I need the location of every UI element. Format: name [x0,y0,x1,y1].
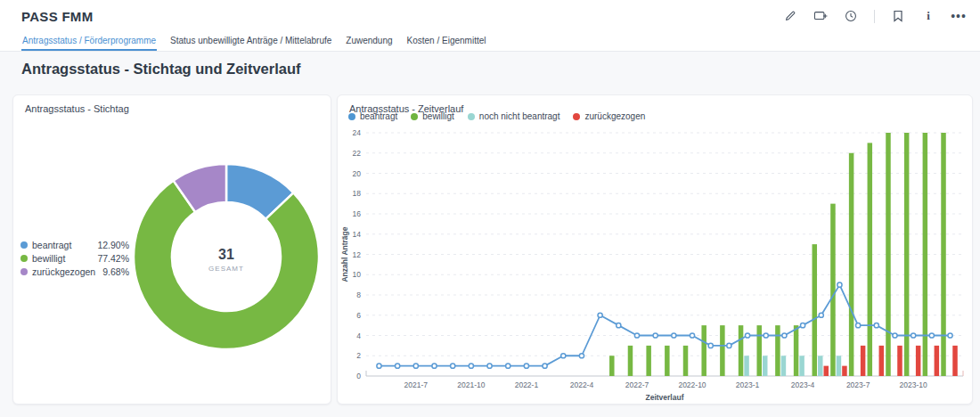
bar-bewilligt-2023-8[interactable] [868,143,873,376]
line-marker-beantragt-2022-5[interactable] [598,313,602,317]
x-tick-label: 2023-7 [846,380,870,389]
y-tick-label: 10 [353,270,362,279]
line-marker-beantragt-2021-12[interactable] [506,364,510,368]
y-tick-label: 24 [353,128,362,137]
info-icon[interactable]: i [921,9,935,23]
app-header: PASS FMM i ••• [0,0,980,32]
x-tick-label: 2023-10 [900,380,927,389]
line-marker-beantragt-2022-11[interactable] [708,343,713,348]
y-tick-label: 12 [353,250,362,259]
timeline-chart: 024681012141618202224Anzahl Anträge2021-… [338,95,974,405]
line-marker-beantragt-2021-9[interactable] [451,364,455,368]
y-tick-label: 2 [356,351,361,360]
bar-zurückgezogen-2023-12[interactable] [952,346,958,376]
line-marker-beantragt-2023-10[interactable] [911,333,916,338]
edit-icon[interactable] [783,9,797,23]
bar-bewilligt-2023-11[interactable] [923,133,928,376]
bar-zurückgezogen-2023-5[interactable] [824,366,829,376]
line-marker-beantragt-2022-9[interactable] [672,333,676,338]
bar-noch-nicht-beantragt-2023-3[interactable] [781,356,787,376]
bar-bewilligt-2022-7[interactable] [628,346,633,376]
line-marker-beantragt-2021-7[interactable] [413,364,418,368]
bar-bewilligt-2022-10[interactable] [683,346,689,376]
bar-bewilligt-2023-7[interactable] [849,153,854,376]
line-marker-beantragt-2021-5[interactable] [377,364,381,368]
line-marker-beantragt-2022-3[interactable] [561,354,566,358]
y-tick-label: 16 [353,209,362,218]
line-marker-beantragt-2022-2[interactable] [543,364,547,368]
line-marker-beantragt-2022-4[interactable] [579,354,584,358]
y-tick-label: 14 [353,230,362,239]
x-tick-label: 2023-4 [791,380,815,389]
x-axis-title: Zeitverlauf [646,393,684,402]
bar-zurückgezogen-2023-10[interactable] [916,346,921,376]
header-divider [874,10,875,23]
bar-bewilligt-2023-10[interactable] [904,133,910,376]
y-tick-label: 8 [356,290,361,299]
line-marker-beantragt-2023-6[interactable] [837,282,842,287]
bar-zurückgezogen-2023-8[interactable] [879,346,885,376]
line-marker-beantragt-2023-7[interactable] [856,323,861,328]
bar-bewilligt-2022-11[interactable] [701,325,706,376]
line-marker-beantragt-2023-2[interactable] [764,333,768,338]
line-marker-beantragt-2023-9[interactable] [893,333,897,338]
bar-noch-nicht-beantragt-2023-5[interactable] [818,356,823,376]
line-marker-beantragt-2022-12[interactable] [727,343,731,348]
bar-noch-nicht-beantragt-2023-4[interactable] [799,356,804,376]
bar-bewilligt-2023-12[interactable] [941,133,946,376]
line-marker-beantragt-2022-10[interactable] [690,333,694,338]
bar-noch-nicht-beantragt-2023-2[interactable] [763,356,768,376]
bar-zurückgezogen-2023-7[interactable] [861,346,866,376]
bookmark-icon[interactable] [891,9,905,23]
line-marker-beantragt-2023-4[interactable] [800,323,804,328]
line-marker-beantragt-2022-7[interactable] [634,333,639,338]
bar-zurückgezogen-2023-11[interactable] [935,346,940,376]
line-marker-beantragt-2023-12[interactable] [948,333,952,338]
line-marker-beantragt-2023-5[interactable] [819,313,823,317]
line-marker-beantragt-2023-8[interactable] [874,323,878,328]
x-tick-label: 2022-1 [515,380,539,389]
line-marker-beantragt-2023-1[interactable] [745,333,749,338]
more-icon[interactable]: ••• [951,9,966,23]
bar-bewilligt-2023-1[interactable] [739,325,744,376]
bar-zurückgezogen-2023-9[interactable] [897,346,902,376]
export-icon[interactable] [813,9,828,23]
bar-bewilligt-2022-6[interactable] [609,356,615,376]
bar-zurückgezogen-2023-6[interactable] [842,366,847,376]
line-marker-beantragt-2023-3[interactable] [782,333,787,338]
tab-bar: Antragsstatus / Förderprogramme Status u… [0,32,980,52]
line-marker-beantragt-2023-11[interactable] [929,333,934,338]
bar-bewilligt-2023-6[interactable] [830,204,836,376]
header-actions: i ••• [783,9,966,23]
line-marker-beantragt-2022-8[interactable] [653,333,657,338]
bar-bewilligt-2023-3[interactable] [775,325,780,376]
y-tick-label: 18 [353,189,362,198]
x-tick-label: 2021-7 [404,380,429,389]
tab-zuwendung[interactable]: Zuwendung [345,36,393,51]
tab-antragsstatus-foerderprogramme[interactable]: Antragsstatus / Förderprogramme [21,36,157,51]
line-marker-beantragt-2022-1[interactable] [524,364,528,368]
bar-bewilligt-2023-2[interactable] [756,325,762,376]
bar-bewilligt-2023-5[interactable] [813,244,818,376]
history-icon[interactable] [844,9,858,23]
line-marker-beantragt-2021-11[interactable] [487,364,492,368]
y-tick-label: 20 [353,169,362,178]
line-marker-beantragt-2021-6[interactable] [396,364,400,368]
tab-status-unbewilligte-antraege[interactable]: Status unbewilligte Anträge / Mittelabru… [169,36,332,51]
bar-bewilligt-2022-12[interactable] [720,325,725,376]
bar-noch-nicht-beantragt-2023-1[interactable] [744,356,749,376]
line-marker-beantragt-2022-6[interactable] [617,323,621,328]
bar-bewilligt-2022-9[interactable] [665,346,670,376]
bar-bewilligt-2022-8[interactable] [646,346,651,376]
y-axis-title: Anzahl Anträge [340,226,349,282]
donut-center-label: GESAMT [208,265,244,273]
timeline-card: Antragsstatus - Zeitverlauf beantragtbew… [337,94,973,405]
bar-noch-nicht-beantragt-2023-6[interactable] [837,356,842,376]
line-marker-beantragt-2021-8[interactable] [432,364,437,368]
line-marker-beantragt-2021-10[interactable] [469,364,473,368]
tab-kosten-eigenmittel[interactable]: Kosten / Eigenmittel [406,36,487,51]
donut-card: Antragsstatus - Stichtag beantragt12.90%… [12,94,331,405]
x-tick-label: 2022-4 [570,380,594,389]
bar-bewilligt-2023-9[interactable] [886,133,891,376]
bar-bewilligt-2023-4[interactable] [794,325,799,376]
